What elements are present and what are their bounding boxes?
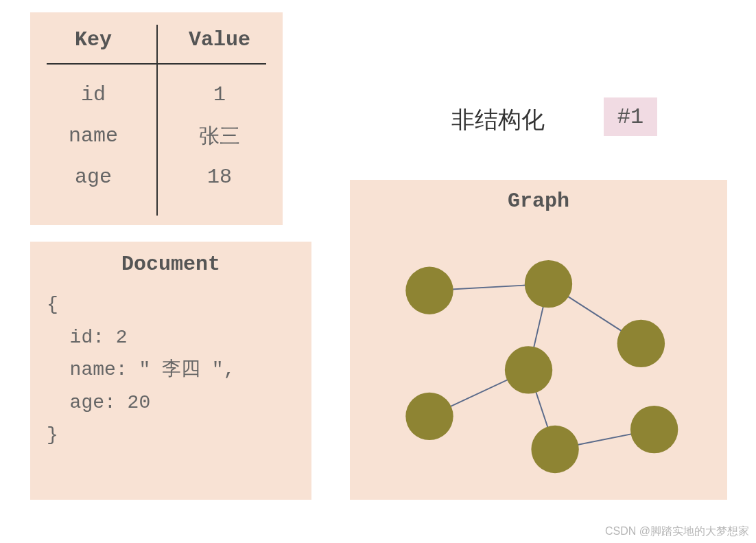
- kv-value-cell: 18: [156, 165, 283, 189]
- graph-node: [630, 406, 678, 453]
- unstructured-label: 非结构化: [451, 104, 545, 136]
- kv-header-key: Key: [30, 28, 156, 51]
- document-title: Document: [47, 253, 295, 276]
- doc-line-name: name: " 李四 ",: [47, 359, 235, 380]
- document-body: { id: 2 name: " 李四 ", age: 20 }: [47, 288, 295, 452]
- graph-node: [525, 260, 572, 308]
- key-value-table-panel: Key Value id 1 name 张三 age 18: [30, 12, 283, 225]
- graph-node: [531, 426, 578, 473]
- doc-line-age: age: 20: [47, 392, 150, 413]
- kv-key-cell: name: [30, 124, 156, 148]
- graph-node: [617, 320, 665, 367]
- graph-node: [405, 393, 453, 440]
- kv-header-value: Value: [156, 28, 283, 51]
- kv-key-cell: age: [30, 165, 156, 189]
- graph-node: [405, 267, 453, 314]
- graph-panel: Graph: [350, 180, 727, 500]
- graph-title: Graph: [357, 189, 720, 213]
- graph-svg: [357, 213, 720, 487]
- document-panel: Document { id: 2 name: " 李四 ", age: 20 }: [30, 242, 311, 500]
- watermark-text: CSDN @脚踏实地的大梦想家: [605, 524, 749, 539]
- doc-line-open: {: [47, 294, 58, 315]
- kv-value-cell: 1: [156, 83, 283, 106]
- doc-line-close: }: [47, 424, 58, 446]
- kv-vertical-rule: [156, 25, 158, 216]
- hash-badge: #1: [604, 97, 657, 136]
- doc-line-id: id: 2: [47, 327, 128, 348]
- graph-node: [505, 346, 552, 393]
- kv-value-cell: 张三: [156, 122, 283, 150]
- kv-key-cell: id: [30, 83, 156, 106]
